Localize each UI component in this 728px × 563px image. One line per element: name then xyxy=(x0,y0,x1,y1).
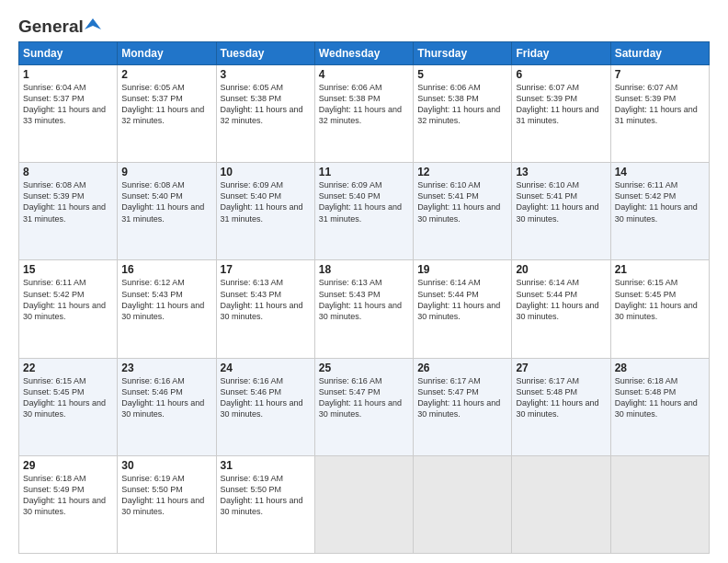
day-detail: Sunrise: 6:05 AMSunset: 5:38 PMDaylight:… xyxy=(221,83,303,125)
calendar-cell xyxy=(610,455,709,553)
day-number: 11 xyxy=(319,166,409,178)
day-number: 26 xyxy=(417,362,507,374)
day-number: 24 xyxy=(221,362,311,374)
day-number: 6 xyxy=(516,68,606,81)
day-number: 22 xyxy=(23,362,113,374)
calendar-cell: 19 Sunrise: 6:14 AMSunset: 5:44 PMDaylig… xyxy=(414,260,512,358)
calendar-cell: 10 Sunrise: 6:09 AMSunset: 5:40 PMDaylig… xyxy=(216,163,314,260)
day-number: 5 xyxy=(417,68,507,81)
day-detail: Sunrise: 6:05 AMSunset: 5:37 PMDaylight:… xyxy=(121,83,204,125)
calendar-week-row: 29 Sunrise: 6:18 AMSunset: 5:49 PMDaylig… xyxy=(19,455,710,553)
day-number: 2 xyxy=(121,68,211,81)
calendar-cell: 17 Sunrise: 6:13 AMSunset: 5:43 PMDaylig… xyxy=(216,260,314,358)
day-detail: Sunrise: 6:16 AMSunset: 5:46 PMDaylight:… xyxy=(121,376,204,419)
calendar-cell xyxy=(314,455,413,553)
calendar-cell xyxy=(512,455,610,553)
day-detail: Sunrise: 6:07 AMSunset: 5:39 PMDaylight:… xyxy=(516,83,598,125)
day-detail: Sunrise: 6:19 AMSunset: 5:50 PMDaylight:… xyxy=(221,474,303,516)
day-detail: Sunrise: 6:15 AMSunset: 5:45 PMDaylight:… xyxy=(23,376,106,419)
day-number: 23 xyxy=(121,362,211,374)
calendar-week-row: 8 Sunrise: 6:08 AMSunset: 5:39 PMDayligh… xyxy=(19,163,710,260)
calendar-cell: 9 Sunrise: 6:08 AMSunset: 5:40 PMDayligh… xyxy=(118,163,216,260)
day-detail: Sunrise: 6:09 AMSunset: 5:40 PMDaylight:… xyxy=(319,180,402,223)
page: General SundayMondayTuesdayWednesdayThur… xyxy=(0,0,728,563)
day-number: 19 xyxy=(417,263,507,276)
calendar-cell: 14 Sunrise: 6:11 AMSunset: 5:42 PMDaylig… xyxy=(610,163,709,260)
day-number: 18 xyxy=(319,263,409,276)
day-detail: Sunrise: 6:16 AMSunset: 5:47 PMDaylight:… xyxy=(319,376,402,419)
logo-general: General xyxy=(18,17,84,37)
weekday-header-tuesday: Tuesday xyxy=(216,42,314,65)
calendar-cell: 26 Sunrise: 6:17 AMSunset: 5:47 PMDaylig… xyxy=(414,358,512,455)
logo: General xyxy=(18,17,101,34)
day-number: 31 xyxy=(221,459,311,472)
calendar-cell: 21 Sunrise: 6:15 AMSunset: 5:45 PMDaylig… xyxy=(610,260,709,358)
calendar-cell: 13 Sunrise: 6:10 AMSunset: 5:41 PMDaylig… xyxy=(512,163,610,260)
day-detail: Sunrise: 6:18 AMSunset: 5:48 PMDaylight:… xyxy=(615,376,698,419)
day-detail: Sunrise: 6:06 AMSunset: 5:38 PMDaylight:… xyxy=(319,83,402,125)
day-number: 25 xyxy=(319,362,409,374)
day-detail: Sunrise: 6:13 AMSunset: 5:43 PMDaylight:… xyxy=(319,278,402,320)
day-detail: Sunrise: 6:06 AMSunset: 5:38 PMDaylight:… xyxy=(417,83,500,125)
weekday-header-monday: Monday xyxy=(118,42,216,65)
day-detail: Sunrise: 6:10 AMSunset: 5:41 PMDaylight:… xyxy=(417,180,500,223)
svg-marker-0 xyxy=(85,18,101,29)
weekday-header-sunday: Sunday xyxy=(19,42,118,65)
calendar-cell: 24 Sunrise: 6:16 AMSunset: 5:46 PMDaylig… xyxy=(216,358,314,455)
day-detail: Sunrise: 6:17 AMSunset: 5:47 PMDaylight:… xyxy=(417,376,500,419)
calendar-cell xyxy=(414,455,512,553)
header: General xyxy=(18,17,710,34)
calendar-week-row: 22 Sunrise: 6:15 AMSunset: 5:45 PMDaylig… xyxy=(19,358,710,455)
calendar-cell: 18 Sunrise: 6:13 AMSunset: 5:43 PMDaylig… xyxy=(314,260,413,358)
calendar-cell: 5 Sunrise: 6:06 AMSunset: 5:38 PMDayligh… xyxy=(414,65,512,163)
day-number: 4 xyxy=(319,68,409,81)
weekday-header-wednesday: Wednesday xyxy=(314,42,413,65)
day-number: 29 xyxy=(23,459,113,472)
day-number: 12 xyxy=(417,166,507,178)
day-number: 20 xyxy=(516,263,606,276)
day-detail: Sunrise: 6:14 AMSunset: 5:44 PMDaylight:… xyxy=(516,278,598,320)
day-detail: Sunrise: 6:18 AMSunset: 5:49 PMDaylight:… xyxy=(23,474,106,516)
day-detail: Sunrise: 6:09 AMSunset: 5:40 PMDaylight:… xyxy=(221,180,303,223)
day-number: 9 xyxy=(121,166,211,178)
day-detail: Sunrise: 6:13 AMSunset: 5:43 PMDaylight:… xyxy=(221,278,303,320)
day-number: 1 xyxy=(23,68,113,81)
day-detail: Sunrise: 6:10 AMSunset: 5:41 PMDaylight:… xyxy=(516,180,598,223)
day-detail: Sunrise: 6:08 AMSunset: 5:39 PMDaylight:… xyxy=(23,180,106,223)
calendar-cell: 30 Sunrise: 6:19 AMSunset: 5:50 PMDaylig… xyxy=(118,455,216,553)
day-detail: Sunrise: 6:08 AMSunset: 5:40 PMDaylight:… xyxy=(121,180,204,223)
weekday-header-saturday: Saturday xyxy=(610,42,709,65)
calendar-cell: 15 Sunrise: 6:11 AMSunset: 5:42 PMDaylig… xyxy=(19,260,118,358)
day-detail: Sunrise: 6:14 AMSunset: 5:44 PMDaylight:… xyxy=(417,278,500,320)
calendar-cell: 23 Sunrise: 6:16 AMSunset: 5:46 PMDaylig… xyxy=(118,358,216,455)
calendar-cell: 1 Sunrise: 6:04 AMSunset: 5:37 PMDayligh… xyxy=(19,65,118,163)
day-number: 17 xyxy=(221,263,311,276)
day-detail: Sunrise: 6:19 AMSunset: 5:50 PMDaylight:… xyxy=(121,474,204,516)
calendar-cell: 7 Sunrise: 6:07 AMSunset: 5:39 PMDayligh… xyxy=(610,65,709,163)
day-number: 8 xyxy=(23,166,113,178)
calendar-cell: 8 Sunrise: 6:08 AMSunset: 5:39 PMDayligh… xyxy=(19,163,118,260)
calendar-cell: 20 Sunrise: 6:14 AMSunset: 5:44 PMDaylig… xyxy=(512,260,610,358)
calendar-cell: 2 Sunrise: 6:05 AMSunset: 5:37 PMDayligh… xyxy=(118,65,216,163)
calendar-cell: 3 Sunrise: 6:05 AMSunset: 5:38 PMDayligh… xyxy=(216,65,314,163)
calendar-cell: 27 Sunrise: 6:17 AMSunset: 5:48 PMDaylig… xyxy=(512,358,610,455)
day-number: 15 xyxy=(23,263,113,276)
day-detail: Sunrise: 6:11 AMSunset: 5:42 PMDaylight:… xyxy=(615,180,698,223)
day-detail: Sunrise: 6:04 AMSunset: 5:37 PMDaylight:… xyxy=(23,83,106,125)
day-detail: Sunrise: 6:12 AMSunset: 5:43 PMDaylight:… xyxy=(121,278,204,320)
day-number: 28 xyxy=(615,362,705,374)
day-number: 7 xyxy=(615,68,705,81)
weekday-header-row: SundayMondayTuesdayWednesdayThursdayFrid… xyxy=(19,42,710,65)
calendar-cell: 11 Sunrise: 6:09 AMSunset: 5:40 PMDaylig… xyxy=(314,163,413,260)
calendar-week-row: 1 Sunrise: 6:04 AMSunset: 5:37 PMDayligh… xyxy=(19,65,710,163)
calendar-cell: 29 Sunrise: 6:18 AMSunset: 5:49 PMDaylig… xyxy=(19,455,118,553)
calendar-cell: 25 Sunrise: 6:16 AMSunset: 5:47 PMDaylig… xyxy=(314,358,413,455)
day-number: 27 xyxy=(516,362,606,374)
day-detail: Sunrise: 6:17 AMSunset: 5:48 PMDaylight:… xyxy=(516,376,598,419)
weekday-header-friday: Friday xyxy=(512,42,610,65)
calendar-table: SundayMondayTuesdayWednesdayThursdayFrid… xyxy=(18,41,710,554)
day-detail: Sunrise: 6:15 AMSunset: 5:45 PMDaylight:… xyxy=(615,278,698,320)
day-number: 30 xyxy=(121,459,211,472)
calendar-cell: 22 Sunrise: 6:15 AMSunset: 5:45 PMDaylig… xyxy=(19,358,118,455)
day-detail: Sunrise: 6:11 AMSunset: 5:42 PMDaylight:… xyxy=(23,278,106,320)
